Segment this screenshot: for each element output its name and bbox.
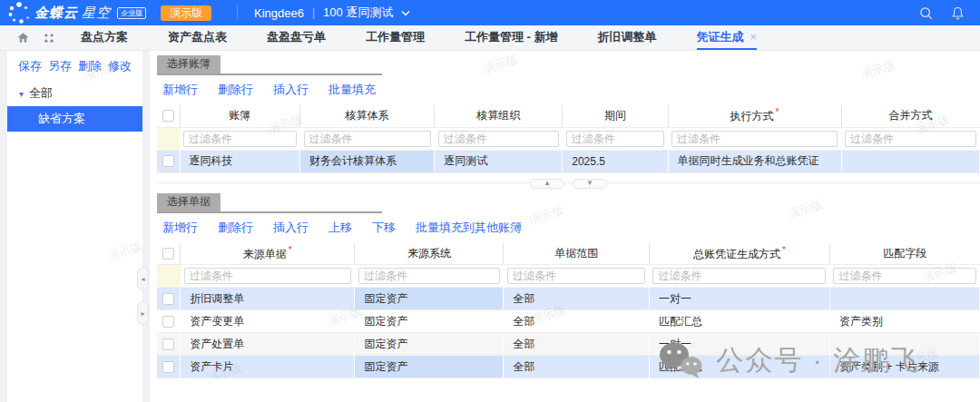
filter-input[interactable] bbox=[652, 268, 826, 284]
home-icon[interactable] bbox=[16, 31, 30, 44]
row-select-cell bbox=[157, 333, 181, 356]
workspace-tab[interactable]: 工作量管理 bbox=[366, 25, 425, 50]
cell[interactable]: 资产类别 + 卡片来源 bbox=[829, 356, 979, 378]
workspace-tab[interactable]: 盘盈盘亏单 bbox=[267, 25, 326, 50]
cell[interactable]: 一对一 bbox=[649, 288, 829, 310]
cell[interactable] bbox=[829, 333, 979, 356]
row-checkbox[interactable] bbox=[162, 361, 174, 373]
workspace-tab[interactable]: 工作量管理 - 新增 bbox=[465, 25, 558, 50]
topbar: 金蝶云 星空 企业版 演示版 Kingdee6 | 100 逐同测试 bbox=[0, 0, 980, 25]
sidebar-splitter[interactable]: ◂ ▸ bbox=[142, 51, 150, 402]
filter-input[interactable] bbox=[833, 268, 975, 284]
cell[interactable]: 全部 bbox=[504, 310, 649, 333]
table-row[interactable]: 折旧调整单固定资产全部一对一 bbox=[157, 288, 980, 310]
search-icon[interactable] bbox=[918, 5, 934, 21]
tab-label: 折旧调整单 bbox=[598, 29, 657, 45]
filter-input[interactable] bbox=[183, 131, 297, 147]
sidebar-action[interactable]: 删除 bbox=[78, 58, 102, 74]
column-header: 核算组织 bbox=[435, 105, 563, 127]
toolbar-link[interactable]: 下移 bbox=[372, 220, 396, 236]
cell[interactable]: 固定资产 bbox=[355, 310, 504, 333]
workspace-tab[interactable]: 资产盘点表 bbox=[168, 25, 227, 50]
cell[interactable]: 资产处置单 bbox=[181, 333, 355, 356]
collapse-down-button[interactable]: ▼ bbox=[573, 179, 607, 189]
cell[interactable]: 2025.5 bbox=[563, 150, 668, 172]
group-tab-books[interactable]: 选择账簿 bbox=[157, 55, 220, 74]
filter-input[interactable] bbox=[671, 131, 838, 147]
collapse-right-handle[interactable]: ▸ bbox=[137, 301, 149, 325]
column-header: 核算体系 bbox=[300, 105, 435, 127]
column-header: 匹配字段 bbox=[829, 243, 979, 265]
filter-cell bbox=[355, 265, 504, 288]
row-checkbox[interactable] bbox=[162, 316, 174, 328]
cell[interactable]: 逐同测试 bbox=[435, 150, 563, 172]
filter-input[interactable] bbox=[438, 131, 559, 147]
cell[interactable]: 单据同时生成业务和总账凭证 bbox=[668, 150, 841, 172]
workspace-tab[interactable]: 盘点方案 bbox=[81, 25, 128, 50]
toolbar-link[interactable]: 删除行 bbox=[218, 220, 253, 236]
cell[interactable]: 财务会计核算体系 bbox=[300, 150, 435, 172]
table-row[interactable]: 资产处置单固定资产全部一对一 bbox=[157, 333, 980, 356]
filter-input[interactable] bbox=[184, 268, 351, 284]
cell[interactable]: 全部 bbox=[504, 356, 649, 378]
sidebar-action[interactable]: 另存 bbox=[48, 58, 72, 74]
toolbar-link[interactable]: 新增行 bbox=[162, 82, 198, 98]
cell[interactable]: 固定资产 bbox=[355, 356, 504, 378]
tree-root-all[interactable]: ▾ 全部 bbox=[7, 80, 142, 106]
collapse-up-button[interactable]: ▲ bbox=[530, 179, 564, 189]
toolbar-link[interactable]: 删除行 bbox=[218, 82, 253, 98]
row-checkbox[interactable] bbox=[162, 155, 174, 167]
table-row[interactable]: 逐同科技财务会计核算体系逐同测试2025.5单据同时生成业务和总账凭证 bbox=[157, 150, 980, 172]
cell[interactable]: 全部 bbox=[504, 288, 649, 310]
apps-grid-icon[interactable] bbox=[43, 32, 55, 44]
toolbar-link[interactable]: 批量填充到其他账簿 bbox=[416, 220, 522, 236]
cell[interactable]: 匹配汇总 bbox=[649, 356, 829, 378]
tree-item-default-scheme[interactable]: 缺省方案 bbox=[7, 106, 142, 132]
select-all-checkbox[interactable] bbox=[162, 110, 174, 122]
collapse-left-handle[interactable]: ◂ bbox=[137, 267, 149, 290]
select-all-checkbox[interactable] bbox=[162, 248, 174, 260]
tenant-switcher[interactable]: Kingdee6 | 100 逐同测试 bbox=[237, 5, 410, 21]
cell[interactable]: 资产卡片 bbox=[181, 356, 355, 378]
cell[interactable]: 逐同科技 bbox=[180, 150, 300, 172]
filter-input[interactable] bbox=[566, 131, 664, 147]
filter-row bbox=[157, 127, 980, 150]
column-header: 总账凭证生成方式* bbox=[649, 243, 829, 265]
table-row[interactable]: 资产变更单固定资产全部匹配汇总资产类别 bbox=[157, 310, 980, 333]
cell[interactable]: 资产类别 bbox=[829, 310, 979, 333]
toolbar-link[interactable]: 插入行 bbox=[273, 82, 309, 98]
group-tab-documents[interactable]: 选择单据 bbox=[157, 193, 220, 211]
tree-caret-icon: ▾ bbox=[19, 89, 24, 99]
workspace-tab[interactable]: 凭证生成× bbox=[697, 25, 758, 50]
cell[interactable]: 全部 bbox=[504, 333, 649, 356]
filter-input[interactable] bbox=[358, 268, 500, 284]
sidebar-action[interactable]: 修改 bbox=[108, 58, 132, 74]
cell[interactable]: 一对一 bbox=[649, 333, 829, 356]
cell[interactable]: 匹配汇总 bbox=[649, 310, 829, 333]
row-checkbox[interactable] bbox=[162, 338, 174, 350]
toolbar-link[interactable]: 上移 bbox=[328, 220, 352, 236]
bell-icon[interactable] bbox=[950, 5, 965, 21]
cell[interactable] bbox=[841, 150, 979, 172]
cell[interactable]: 固定资产 bbox=[355, 288, 504, 310]
filter-input[interactable] bbox=[304, 131, 431, 147]
filter-input[interactable] bbox=[507, 268, 645, 284]
cell[interactable]: 资产变更单 bbox=[181, 310, 355, 333]
row-select-cell bbox=[157, 288, 181, 310]
toolbar-link[interactable]: 新增行 bbox=[162, 220, 198, 236]
table-row[interactable]: 资产卡片固定资产全部匹配汇总资产类别 + 卡片来源 bbox=[157, 356, 980, 378]
documents-table: 来源单据*来源系统单据范围总账凭证生成方式*匹配字段折旧调整单固定资产全部一对一… bbox=[157, 243, 980, 379]
sidebar-actions: 保存另存删除修改 bbox=[7, 51, 142, 80]
sidebar-action[interactable]: 保存 bbox=[18, 58, 42, 74]
workspace-tab[interactable]: 折旧调整单 bbox=[598, 25, 657, 50]
cell[interactable]: 固定资产 bbox=[355, 333, 504, 356]
filter-row bbox=[157, 265, 980, 288]
toolbar-link[interactable]: 插入行 bbox=[273, 220, 309, 236]
row-checkbox[interactable] bbox=[162, 293, 174, 305]
cell[interactable]: 折旧调整单 bbox=[181, 288, 355, 310]
filter-input[interactable] bbox=[845, 131, 975, 147]
toolbar-link[interactable]: 批量填充 bbox=[328, 82, 376, 98]
left-gutter bbox=[0, 51, 7, 402]
close-tab-icon[interactable]: × bbox=[750, 30, 758, 44]
cell[interactable] bbox=[829, 288, 979, 310]
